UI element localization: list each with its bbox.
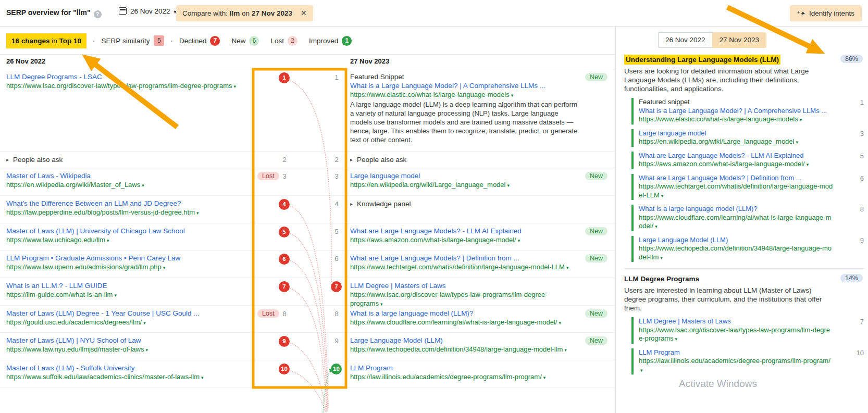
serp-row: Featured Snippet What is a Large Languag… xyxy=(327,69,615,152)
result-url[interactable]: https://www.law.uchicago.edu/llm▾ xyxy=(6,235,249,245)
url-caret-icon: ▾ xyxy=(559,320,561,326)
intent-title: Understanding Large Language Models (LLM… xyxy=(624,55,780,65)
position-number: 8 xyxy=(277,310,292,318)
result-title-link[interactable]: Master of Laws (LLM) | University of Chi… xyxy=(6,227,249,235)
result-url[interactable]: https://www.elastic.co/what-is/large-lan… xyxy=(639,115,834,124)
intent-title: LLM Degree Programs xyxy=(624,275,699,283)
result-url[interactable]: https://www.cloudflare.com/learning/ai/w… xyxy=(350,318,578,328)
changes-highlight: 16 changes in Top 10 xyxy=(6,33,86,48)
url-caret-icon: ▾ xyxy=(114,293,117,298)
url-caret-icon: ▾ xyxy=(566,265,569,270)
position-badge-declined: 9 xyxy=(279,336,290,347)
result-title-link[interactable]: LLM Program • Graduate Admissions • Penn… xyxy=(6,254,249,262)
serp-row: LLM Degree Programs - LSAC https://www.l… xyxy=(0,69,327,152)
result-title-link[interactable]: LLM Degree | Masters of Laws xyxy=(350,281,578,290)
position-badge-declined: 5 xyxy=(279,227,290,237)
result-url[interactable]: https://www.cloudflare.com/learning/ai/w… xyxy=(639,214,834,231)
dot-separator: · xyxy=(93,37,95,45)
result-url[interactable]: https://www.techopedia.com/definition/34… xyxy=(639,244,834,262)
position-badge-declined: 6 xyxy=(279,254,290,265)
result-url[interactable]: https://www.suffolk.edu/law/academics-cl… xyxy=(6,372,249,382)
result-url[interactable]: https://www.techtarget.com/whatis/defini… xyxy=(639,182,834,200)
position-number: 1 xyxy=(327,73,346,81)
result-title-link[interactable]: LLM Program xyxy=(639,348,834,357)
result-url[interactable]: https://www.elastic.co/what-is/large-lan… xyxy=(350,90,578,100)
position-number: 7 xyxy=(860,318,864,326)
url-caret-icon: ▾ xyxy=(660,255,663,260)
result-title-link[interactable]: What's the Difference Between an LLM and… xyxy=(6,199,249,208)
result-title-link[interactable]: What is a Large Language Model? | A Comp… xyxy=(639,107,834,116)
help-icon[interactable]: ? xyxy=(94,10,102,18)
result-url[interactable]: https://law.pepperdine.edu/blog/posts/ll… xyxy=(6,208,249,218)
url-caret-icon: ▾ xyxy=(145,347,148,353)
url-caret-icon: ▾ xyxy=(143,320,146,326)
intent-percent-badge: 14% xyxy=(840,274,863,282)
featured-snippet-label: Featured snippet xyxy=(639,98,834,107)
knowledge-panel-toggle[interactable]: ▸Knowledge panel xyxy=(350,199,578,209)
serp-similarity-badge: 5 xyxy=(154,35,164,46)
result-title-link[interactable]: Large language model xyxy=(639,129,834,138)
result-title-link[interactable]: What are Large Language Models? - LLM AI… xyxy=(350,227,578,235)
header-bar: SERP overview for "llm"? 26 Nov 2022▼ Co… xyxy=(0,0,868,27)
lost-badge: Lost xyxy=(257,309,279,318)
result-title-link[interactable]: Master of Laws (LLM) Degree - 1 Year Cou… xyxy=(6,309,249,318)
result-title-link[interactable]: LLM Degree | Masters of Laws xyxy=(639,317,834,326)
result-title-link[interactable]: Master of Laws (LLM) | NYU School of Law xyxy=(6,336,249,345)
result-url[interactable]: https://www.lsac.org/discover-law/types-… xyxy=(6,81,249,91)
result-title-link[interactable]: What is a Large Language Model? | A Comp… xyxy=(350,81,578,90)
page-title: SERP overview for "llm"? xyxy=(6,8,102,18)
result-url[interactable]: https://www.law.upenn.edu/admissions/gra… xyxy=(6,262,249,272)
serp-feature-row: ▸People also ask 2 xyxy=(0,152,327,168)
result-title-link[interactable]: What are Large Language Models? - LLM AI… xyxy=(639,152,834,160)
position-number: 2 xyxy=(327,156,346,164)
result-url[interactable]: https://en.wikipedia.org/wiki/Large_lang… xyxy=(350,180,578,190)
url-caret-icon: ▾ xyxy=(796,140,798,145)
result-url[interactable]: https://aws.amazon.com/what-is/large-lan… xyxy=(639,160,834,169)
serp-row: Large language model https://en.wikipedi… xyxy=(327,168,615,196)
url-caret-icon: ▾ xyxy=(640,368,643,373)
people-also-ask-toggle[interactable]: ▸People also ask xyxy=(350,155,578,165)
identify-intents-button[interactable]: ⁺✦Identify intents xyxy=(790,5,862,21)
result-url[interactable]: https://law.illinois.edu/academics/degre… xyxy=(639,357,834,374)
intent-result-item: LLM Degree | Masters of Laws https://www… xyxy=(631,317,865,344)
result-url[interactable]: https://gould.usc.edu/academics/degrees/… xyxy=(6,318,249,328)
result-url[interactable]: https://aws.amazon.com/what-is/large-lan… xyxy=(350,235,578,245)
result-title-link[interactable]: What are Large Language Models? | Defini… xyxy=(639,174,834,183)
tab-27-nov-2023[interactable]: 27 Nov 2023 xyxy=(712,32,767,48)
people-also-ask-toggle[interactable]: ▸People also ask xyxy=(6,155,249,165)
result-title-link[interactable]: What are Large Language Models? | Defini… xyxy=(350,254,578,262)
url-caret-icon: ▾ xyxy=(675,336,677,342)
result-url[interactable]: https://www.techtarget.com/whatis/defini… xyxy=(350,262,578,272)
result-title-link[interactable]: Master of Laws - Wikipedia xyxy=(6,171,249,180)
result-url[interactable]: https://law.illinois.edu/academics/degre… xyxy=(350,372,578,382)
intent-section: Understanding Large Language Models (LLM… xyxy=(624,55,865,262)
position-number: 1 xyxy=(860,98,864,106)
result-url[interactable]: https://www.lsac.org/discover-law/types-… xyxy=(639,326,834,344)
featured-snippet-label: Featured Snippet xyxy=(350,72,578,81)
result-url[interactable]: https://en.wikipedia.org/wiki/Large_lang… xyxy=(639,137,834,147)
position-number: 4 xyxy=(327,200,346,208)
result-url[interactable]: https://llm-guide.com/what-is-an-llm▾ xyxy=(6,290,249,300)
result-title-link[interactable]: LLM Program xyxy=(350,364,578,372)
result-title-link[interactable]: Large language model xyxy=(350,171,578,180)
position-number: 8 xyxy=(327,310,346,318)
close-icon[interactable]: ✕ xyxy=(301,5,307,21)
position-number: 3 xyxy=(860,130,864,137)
result-url[interactable]: https://en.wikipedia.org/wiki/Master_of_… xyxy=(6,180,249,190)
result-title-link[interactable]: LLM Degree Programs - LSAC xyxy=(6,72,249,81)
result-title-link[interactable]: What is a large language model (LLM)? xyxy=(350,309,578,318)
improved-label: Improved xyxy=(309,37,338,45)
url-caret-icon: ▾ xyxy=(661,193,664,198)
url-caret-icon: ▾ xyxy=(518,238,520,243)
result-url[interactable]: https://www.techopedia.com/definition/34… xyxy=(350,345,578,355)
result-title-link[interactable]: Large Language Model (LLM) xyxy=(350,336,578,345)
intent-result-item: LLM Program https://law.illinois.edu/aca… xyxy=(631,348,865,375)
result-title-link[interactable]: What is an LL.M.? - LLM GUIDE xyxy=(6,281,249,290)
result-title-link[interactable]: What is a large language model (LLM)? xyxy=(639,205,834,214)
dot-separator: · xyxy=(170,37,173,45)
result-title-link[interactable]: Master of Laws (LLM) - Suffolk Universit… xyxy=(6,364,249,372)
result-title-link[interactable]: Large Language Model (LLM) xyxy=(639,236,834,245)
result-url[interactable]: https://www.law.nyu.edu/llmjsd/master-of… xyxy=(6,345,249,355)
tab-26-nov-2022[interactable]: 26 Nov 2022 xyxy=(658,32,712,48)
date-selector[interactable]: 26 Nov 2022▼ xyxy=(119,7,177,15)
